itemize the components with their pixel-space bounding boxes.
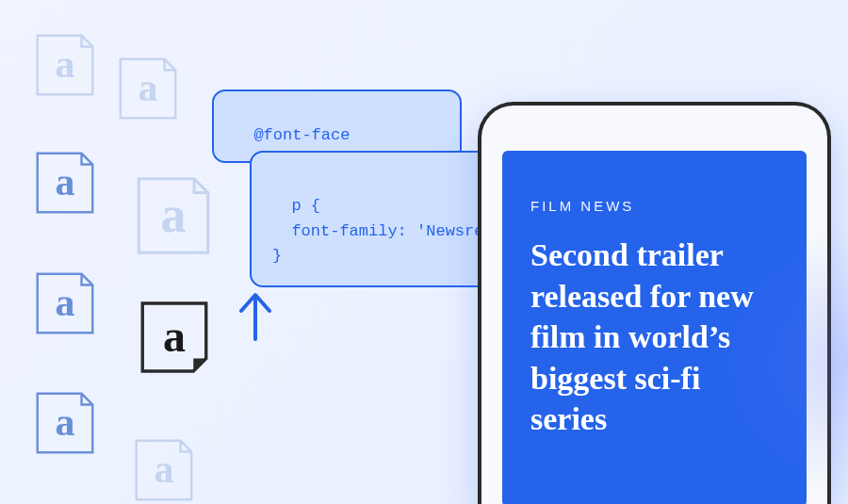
font-file-icon: a bbox=[28, 386, 102, 460]
font-file-icon: a bbox=[28, 267, 102, 340]
phone-preview: FILM NEWS Second trailer released for ne… bbox=[478, 102, 831, 504]
arrow-up-icon bbox=[234, 287, 277, 348]
font-letter: a bbox=[56, 399, 75, 445]
font-file-icon: a bbox=[111, 52, 185, 125]
font-file-icon: a bbox=[28, 146, 102, 219]
font-file-icon: a bbox=[127, 170, 220, 262]
font-file-selected-icon: a bbox=[132, 295, 217, 380]
font-file-icon: a bbox=[127, 433, 201, 504]
font-letter: a bbox=[56, 159, 75, 204]
font-letter: a bbox=[56, 41, 75, 87]
article-card: FILM NEWS Second trailer released for ne… bbox=[502, 151, 807, 504]
font-letter: a bbox=[161, 186, 187, 244]
code-text: p { font-family: 'Newsrea } bbox=[272, 197, 494, 265]
font-letter: a bbox=[56, 280, 75, 325]
font-file-icon: a bbox=[28, 28, 102, 102]
code-text: @font-face bbox=[253, 126, 350, 144]
article-headline: Second trailer released for new film in … bbox=[530, 235, 778, 440]
article-category: FILM NEWS bbox=[530, 198, 778, 214]
font-letter: a bbox=[155, 447, 174, 492]
font-letter: a bbox=[139, 65, 158, 110]
font-letter: a bbox=[163, 310, 186, 362]
